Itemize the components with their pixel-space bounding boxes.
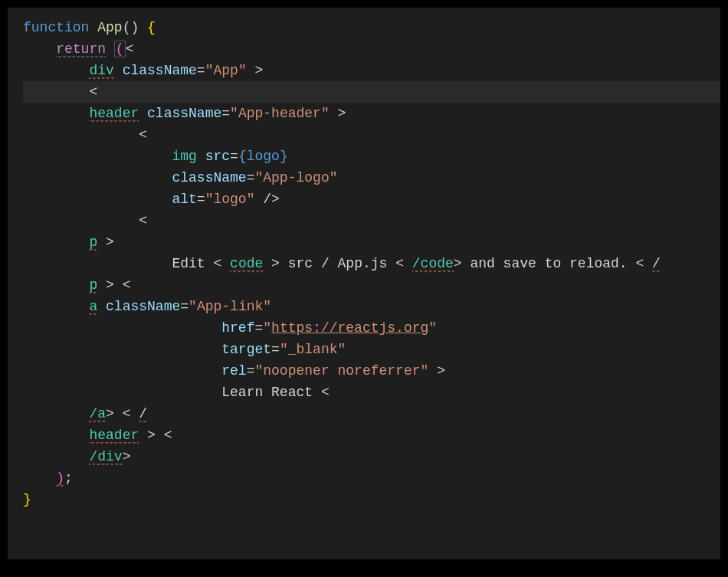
code-line: img src={logo} [23, 146, 720, 167]
code-line: header className="App-header" > [23, 103, 720, 124]
tag-a: a [89, 299, 97, 316]
code-line: target="_blank" [23, 339, 720, 360]
code-line: } [23, 489, 720, 510]
keyword-return: return [56, 41, 106, 58]
code-line: /a> < / [23, 403, 720, 425]
code-line-active: < [23, 81, 720, 103]
tag-p: p [89, 234, 97, 251]
code-line: /div> [23, 446, 720, 467]
function-name: App [97, 20, 122, 35]
code-line: return (< [23, 38, 720, 60]
code-line: p > < [23, 274, 720, 296]
code-line: function App() { [23, 17, 720, 38]
tag-img: img [172, 149, 196, 164]
code-line: Edit < code > src / App.js < /code> and … [23, 253, 720, 274]
code-line: < [23, 210, 720, 231]
code-line: < [23, 124, 720, 146]
code-line: ); [23, 467, 720, 489]
code-line: header > < [23, 425, 720, 446]
code-line: Learn React < [23, 382, 720, 403]
code-line: className="App-logo" [23, 167, 720, 189]
code-line: div className="App" > [23, 60, 720, 81]
keyword-function: function [23, 20, 89, 35]
code-line: alt="logo" /> [23, 189, 720, 210]
code-line: rel="noopener noreferrer" > [23, 360, 720, 382]
code-editor[interactable]: function App() { return (< div className… [8, 8, 720, 559]
code-line: p > [23, 231, 720, 253]
code-line: a className="App-link" [23, 296, 720, 317]
tag-div: div [89, 63, 113, 80]
tag-header: header [89, 106, 139, 123]
code-line: href="https://reactjs.org" [23, 317, 720, 339]
